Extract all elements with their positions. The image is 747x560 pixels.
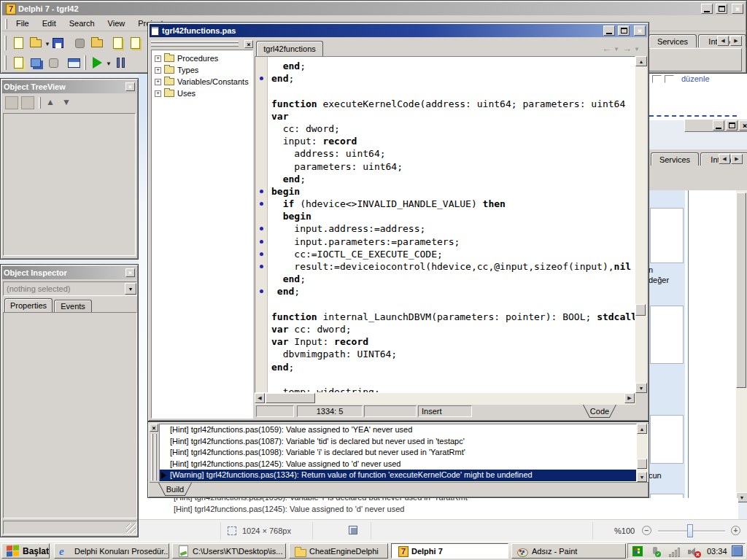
expand-icon[interactable]: + bbox=[155, 79, 161, 85]
minimize-button[interactable] bbox=[603, 26, 615, 36]
object-selector-combobox[interactable]: (nothing selected) ▼ bbox=[3, 281, 137, 296]
browse-back-button[interactable]: ← bbox=[602, 43, 611, 54]
object-treeview-title-bar[interactable]: Object TreeView × bbox=[2, 80, 136, 93]
code-line[interactable]: input.parameters:=parameters; bbox=[271, 236, 635, 248]
code-line[interactable]: if (hdevice<>INVALID_HANDLE_VALUE) then bbox=[271, 198, 635, 210]
browse-forward-caret[interactable]: ▼ bbox=[634, 46, 640, 52]
code-line[interactable]: cc: dword; bbox=[271, 122, 635, 135]
move-down-button[interactable]: ▼ bbox=[62, 97, 71, 107]
resize-grip[interactable] bbox=[126, 524, 136, 533]
scroll-up-button[interactable]: ▲ bbox=[637, 424, 647, 434]
maximize-button[interactable] bbox=[618, 26, 630, 36]
form-input[interactable] bbox=[650, 306, 684, 364]
messages-list[interactable]: [Hint] tgrl42functions.pas(1059): Value … bbox=[159, 424, 637, 482]
code-line[interactable]: result:=deviceiocontrol(hdevice,cc,@inpu… bbox=[271, 260, 635, 273]
maximize-button[interactable] bbox=[716, 4, 727, 14]
messages-vscrollbar[interactable]: ▲ ▼ bbox=[637, 424, 649, 482]
code-line[interactable]: input: record bbox=[271, 135, 635, 147]
close-icon[interactable]: × bbox=[244, 40, 253, 48]
new-file-button[interactable] bbox=[9, 34, 27, 52]
add-file-button[interactable] bbox=[109, 34, 126, 52]
code-line[interactable]: end; bbox=[271, 285, 635, 298]
breakpoint-dot-icon[interactable] bbox=[260, 240, 263, 244]
tray-usb-icon[interactable]: ✓ bbox=[650, 546, 662, 558]
scroll-right-button[interactable]: ▶ bbox=[624, 393, 635, 403]
palette-scroll-left-button[interactable]: ◀ bbox=[717, 36, 729, 46]
view-form-button[interactable] bbox=[27, 54, 44, 71]
code-line[interactable]: end; bbox=[271, 361, 635, 373]
palette-scroll-left-button[interactable]: ◀ bbox=[719, 154, 730, 164]
object-inspector-title-bar[interactable]: Object Inspector × bbox=[2, 266, 136, 279]
scrollbar-thumb[interactable] bbox=[266, 393, 315, 403]
taskbar-button-delphi-konular-prosed-r[interactable]: Delphi Konuları Prosedür... bbox=[54, 543, 169, 559]
message-row[interactable]: [Hint] tgrl42functions.pas(1059): Value … bbox=[160, 424, 636, 436]
tab-events[interactable]: Events bbox=[54, 300, 92, 312]
show-desktop-button[interactable] bbox=[732, 545, 743, 556]
form-input[interactable] bbox=[650, 415, 684, 464]
run-dropdown-caret[interactable]: ▼ bbox=[106, 61, 112, 67]
palette-scroll-right-button[interactable]: ▶ bbox=[731, 154, 743, 164]
zoom-out-button[interactable]: − bbox=[642, 526, 651, 535]
toolbar-grip[interactable] bbox=[4, 55, 7, 70]
menu-grip[interactable] bbox=[5, 19, 7, 29]
new-form-button[interactable] bbox=[65, 54, 82, 71]
browse-forward-button[interactable]: → bbox=[622, 43, 632, 54]
code-line[interactable]: end; bbox=[271, 273, 635, 285]
message-row[interactable]: [Hint] tgrl42functions.pas(1087): Variab… bbox=[160, 436, 636, 448]
code-line[interactable]: input.address:=address; bbox=[271, 222, 635, 235]
close-icon[interactable]: × bbox=[125, 82, 135, 91]
maximize-button[interactable] bbox=[726, 120, 738, 131]
code-line[interactable]: cc:=IOCTL_CE_EXECUTE_CODE; bbox=[271, 248, 635, 260]
explorer-item-procedures[interactable]: +Procedures bbox=[152, 52, 252, 64]
delete-item-button[interactable] bbox=[21, 96, 34, 109]
palette-tab-services[interactable]: Services bbox=[651, 152, 699, 166]
close-button[interactable]: × bbox=[732, 4, 743, 14]
breakpoint-dot-icon[interactable] bbox=[260, 265, 263, 268]
code-editor-area[interactable]: end;end;function executeKernelCode(addre… bbox=[255, 56, 635, 393]
code-line[interactable]: function internal_LaunchDBVM(parameters:… bbox=[271, 311, 635, 323]
scrollbar-thumb[interactable] bbox=[635, 304, 646, 316]
taskbar-button-delphi-7[interactable]: Delphi 7 bbox=[391, 543, 508, 559]
expand-icon[interactable]: + bbox=[155, 90, 161, 97]
message-row[interactable]: [Hint] tgrl42functions.pas(1098): Variab… bbox=[160, 447, 636, 459]
code-line[interactable]: function executeKernelCode(address: uint… bbox=[271, 98, 635, 110]
property-grid[interactable] bbox=[3, 312, 137, 518]
code-line[interactable]: end; bbox=[271, 60, 635, 72]
start-button[interactable]: Başlat bbox=[1, 543, 50, 559]
run-button[interactable] bbox=[88, 54, 106, 71]
editor-title-bar[interactable]: tgrl42functions.pas × bbox=[150, 24, 647, 37]
messages-dock-bar[interactable]: × bbox=[150, 424, 159, 482]
palette-tab-services[interactable]: Services bbox=[649, 34, 697, 47]
chevron-down-icon[interactable]: ▼ bbox=[125, 283, 136, 295]
scroll-up-button[interactable]: ▲ bbox=[635, 56, 647, 66]
code-line[interactable]: dbvmimgpath: UINT64; bbox=[271, 348, 635, 360]
scroll-left-button[interactable]: ◀ bbox=[255, 393, 265, 403]
expand-icon[interactable]: + bbox=[155, 67, 161, 74]
code-line[interactable] bbox=[271, 298, 635, 311]
code-line[interactable]: end; bbox=[271, 173, 635, 185]
new-item-button[interactable] bbox=[5, 96, 18, 109]
code-explorer-panel[interactable]: +Procedures+Types+Variables/Constants+Us… bbox=[151, 50, 253, 419]
zoom-slider-thumb[interactable] bbox=[687, 524, 693, 537]
tab-build[interactable]: Build bbox=[158, 483, 192, 496]
menu-item-view[interactable]: View bbox=[101, 17, 132, 30]
code-line[interactable]: end; bbox=[271, 72, 635, 85]
taskbar-button-ads-z-paint[interactable]: Adsız - Paint bbox=[511, 543, 626, 559]
close-icon[interactable]: × bbox=[125, 268, 135, 277]
tray-network-icon[interactable] bbox=[669, 546, 681, 558]
zoom-in-button[interactable]: + bbox=[731, 526, 740, 535]
scrollbar-track[interactable]: ▼ bbox=[736, 190, 747, 498]
scrollbar-thumb[interactable] bbox=[637, 459, 647, 469]
tab-code[interactable]: Code bbox=[583, 405, 616, 418]
tray-volume-muted-icon[interactable]: ✕ bbox=[688, 546, 700, 558]
breakpoint-dot-icon[interactable] bbox=[260, 190, 263, 193]
code-line[interactable]: temp: widestring; bbox=[271, 386, 635, 393]
open-project-button[interactable] bbox=[88, 34, 106, 52]
close-icon[interactable]: × bbox=[150, 424, 158, 432]
scrollbar-thumb[interactable] bbox=[736, 192, 746, 388]
explorer-item-uses[interactable]: +Uses bbox=[152, 88, 252, 99]
save-button[interactable] bbox=[49, 34, 66, 52]
message-row[interactable]: [Hint] tgrl42functions.pas(1245): Value … bbox=[160, 459, 636, 470]
expand-icon[interactable]: + bbox=[155, 55, 161, 62]
form-input[interactable] bbox=[650, 208, 684, 263]
